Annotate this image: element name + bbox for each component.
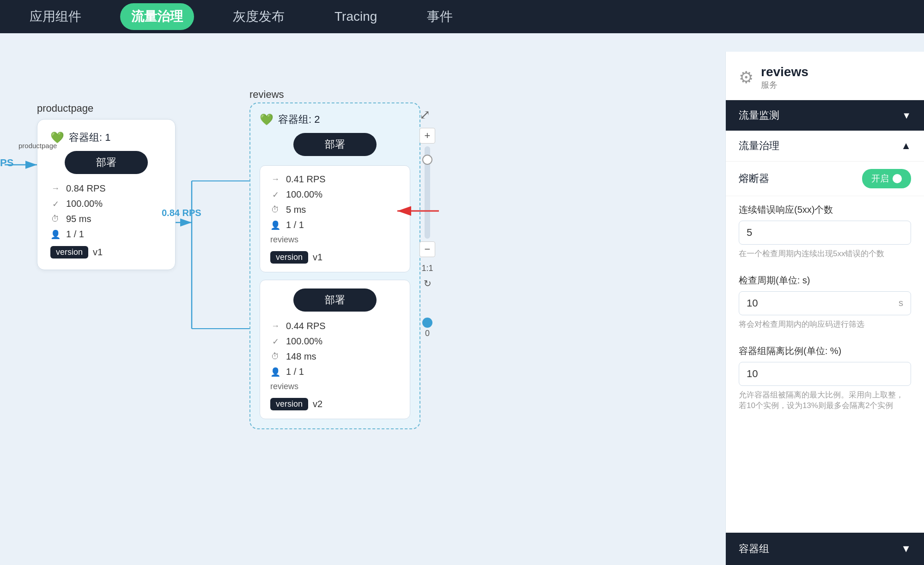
reviews-deploy-button[interactable]: 部署 — [293, 133, 377, 156]
container-group-chevron: ▼ — [901, 543, 911, 555]
clock-icon-v1: ⏱ — [270, 205, 280, 215]
isolation-ratio-hint: 允许容器组被隔离的最大比例。采用向上取整，若10个实例，设为13%则最多会隔离2… — [739, 390, 911, 412]
nav-item-components[interactable]: 应用组件 — [18, 3, 92, 30]
rps-icon: → — [50, 184, 61, 193]
clock-icon: ⏱ — [50, 214, 61, 224]
isolation-value: 0 — [425, 329, 430, 338]
reviews-heart-icon: 💚 — [260, 113, 274, 126]
rps-icon-v2: → — [270, 321, 280, 331]
reviews-v1-latency-row: ⏱ 5 ms — [270, 204, 400, 215]
reviews-v1-box: → 0.41 RPS ✓ 100.00% ⏱ 5 ms 👤 1 / 1 revi… — [260, 165, 410, 272]
error-count-hint: 在一个检查周期内连续出现5xx错误的个数 — [739, 248, 911, 259]
reviews-v2-service-name: reviews — [270, 382, 400, 391]
reviews-v1-rps-row: → 0.41 RPS — [270, 174, 400, 185]
check-period-suffix: s — [891, 292, 911, 314]
productpage-rps-row: → 0.84 RPS — [50, 183, 162, 194]
toggle-label: 开启 — [871, 173, 889, 185]
main-content: PS productpage 💚 容器组: 1 部署 → 0.84 RPS ✓ … — [0, 33, 924, 565]
container-group-section[interactable]: 容器组 ▼ — [726, 533, 924, 565]
error-count-label: 连续错误响应(5xx)个数 — [739, 204, 911, 216]
productpage-node: productpage 💚 容器组: 1 部署 → 0.84 RPS ✓ 100… — [37, 102, 176, 270]
reviews-v2-pods-row: 👤 1 / 1 — [270, 367, 400, 377]
right-panel: ⚙ reviews 服务 流量监测 ▼ 流量治理 ▲ 熔断器 开启 连续错误响 — [725, 52, 924, 565]
reviews-v2-version-tag: version — [270, 398, 308, 410]
reviews-v2-deploy-button[interactable]: 部署 — [293, 289, 377, 312]
nav-item-tracing[interactable]: Tracing — [323, 5, 388, 29]
pods-icon: 👤 — [50, 229, 61, 240]
reviews-v1-version-val: v1 — [313, 252, 322, 263]
check-period-input-wrapper: s — [739, 291, 911, 315]
reviews-v1-service-name: reviews — [270, 235, 400, 245]
right-panel-title: reviews — [761, 65, 808, 79]
top-nav: 应用组件 流量治理 灰度发布 Tracing 事件 — [0, 0, 924, 33]
traffic-monitor-chevron: ▼ — [902, 110, 911, 121]
pods-icon-v1: 👤 — [270, 220, 280, 230]
isolation-ratio-input[interactable] — [739, 362, 911, 386]
circuit-breaker-label: 熔断器 — [739, 172, 769, 186]
error-count-field: 连续错误响应(5xx)个数 在一个检查周期内连续出现5xx错误的个数 — [726, 196, 924, 267]
isolation-ratio-field: 容器组隔离比例(单位: %) 允许容器组被隔离的最大比例。采用向上取整，若10个… — [726, 337, 924, 419]
zoom-slider[interactable] — [425, 146, 430, 239]
productpage-label: productpage — [37, 102, 176, 114]
check-period-hint: 将会对检查周期内的响应码进行筛选 — [739, 319, 911, 330]
reviews-v1-version-tag: version — [270, 251, 308, 264]
check-period-label: 检查周期(单位: s) — [739, 274, 911, 287]
productpage-success-row: ✓ 100.00% — [50, 198, 162, 209]
service-icon: ⚙ — [739, 68, 754, 87]
expand-icon[interactable]: ⤢ — [419, 107, 430, 122]
diagram-area: PS productpage 💚 容器组: 1 部署 → 0.84 RPS ✓ … — [0, 52, 725, 565]
productpage-pods-row: 👤 1 / 1 — [50, 229, 162, 240]
clock-icon-v2: ⏱ — [270, 352, 280, 361]
container-group-label: 容器组 — [739, 542, 769, 556]
productpage-service-name: productpage — [18, 142, 57, 150]
check-icon: ✓ — [50, 199, 61, 209]
zoom-thumb[interactable] — [422, 155, 432, 165]
zoom-out-button[interactable]: − — [419, 241, 435, 257]
zoom-controls: + − 1:1 ↻ 0 — [419, 128, 435, 338]
reviews-v2-version-row: version v2 — [270, 398, 400, 410]
productpage-box: 💚 容器组: 1 部署 → 0.84 RPS ✓ 100.00% ⏱ 95 ms — [37, 119, 176, 270]
productpage-latency-row: ⏱ 95 ms — [50, 214, 162, 224]
circuit-breaker-row: 熔断器 开启 — [726, 162, 924, 196]
reviews-v2-box: 部署 → 0.44 RPS ✓ 100.00% ⏱ 148 ms 👤 1 / 1 — [260, 280, 410, 419]
zoom-in-button[interactable]: + — [419, 128, 435, 144]
reviews-outer-box: 💚 容器组: 2 部署 → 0.41 RPS ✓ 100.00% ⏱ 5 ms — [249, 102, 420, 429]
right-panel-subtitle: 服务 — [761, 79, 808, 90]
traffic-govern-section[interactable]: 流量治理 ▲ — [726, 131, 924, 162]
ps-label: PS — [0, 157, 13, 169]
productpage-version-val: v1 — [93, 247, 103, 258]
rps-icon-v1: → — [270, 174, 280, 184]
check-period-field: 检查周期(单位: s) s 将会对检查周期内的响应码进行筛选 — [726, 267, 924, 337]
isolation-slider-thumb[interactable] — [422, 318, 432, 328]
nav-item-traffic[interactable]: 流量治理 — [120, 3, 194, 30]
reviews-pod-count: 💚 容器组: 2 — [260, 113, 410, 126]
check-icon-v1: ✓ — [270, 190, 280, 200]
right-panel-header: ⚙ reviews 服务 — [726, 52, 924, 100]
traffic-monitor-section[interactable]: 流量监测 ▼ — [726, 100, 924, 131]
check-period-input[interactable] — [739, 292, 891, 315]
fit-button[interactable]: 1:1 — [421, 264, 433, 273]
reviews-v2-version-val: v2 — [313, 399, 322, 409]
toggle-dot — [893, 174, 902, 183]
reviews-v1-success-row: ✓ 100.00% — [270, 189, 400, 200]
check-icon-v2: ✓ — [270, 337, 280, 347]
reviews-v2-success-row: ✓ 100.00% — [270, 336, 400, 347]
reviews-v2-latency-row: ⏱ 148 ms — [270, 351, 400, 362]
reviews-label: reviews — [249, 89, 284, 101]
traffic-govern-chevron: ▲ — [901, 140, 911, 152]
productpage-pod-count: 💚 容器组: 1 — [50, 131, 162, 144]
circuit-breaker-toggle[interactable]: 开启 — [862, 169, 911, 188]
traffic-govern-label: 流量治理 — [739, 139, 779, 153]
nav-item-events[interactable]: 事件 — [416, 3, 464, 30]
productpage-version-row: version v1 — [50, 246, 162, 258]
refresh-button[interactable]: ↻ — [424, 278, 432, 289]
reviews-v1-version-row: version v1 — [270, 251, 400, 264]
error-count-input[interactable] — [739, 221, 911, 245]
productpage-version-tag: version — [50, 246, 88, 258]
connector-rps-label: 0.84 RPS — [162, 208, 201, 218]
productpage-deploy-button[interactable]: 部署 — [65, 151, 148, 174]
traffic-monitor-label: 流量监测 — [739, 108, 779, 122]
nav-item-gray[interactable]: 灰度发布 — [222, 3, 296, 30]
reviews-v2-rps-row: → 0.44 RPS — [270, 321, 400, 331]
reviews-v1-pods-row: 👤 1 / 1 — [270, 220, 400, 230]
